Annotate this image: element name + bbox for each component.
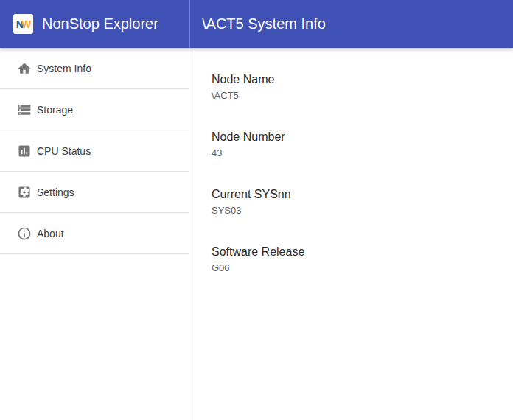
info-icon xyxy=(17,226,32,241)
info-block-software-release: Software Release G06 xyxy=(212,245,498,274)
storage-icon xyxy=(17,102,32,117)
info-label: Software Release xyxy=(212,245,498,259)
system-info-panel: Node Name \ACT5 Node Number 43 Current S… xyxy=(189,48,513,420)
sidebar-item-label: Storage xyxy=(37,104,73,116)
header-toolbar: \ACT5 System Info xyxy=(189,0,513,48)
sidebar-item-cpu-status[interactable]: CPU Status xyxy=(0,130,189,172)
info-value: SYS03 xyxy=(212,205,498,217)
page-title: \ACT5 System Info xyxy=(202,15,326,32)
sidebar-item-label: Settings xyxy=(37,186,74,198)
sidebar-item-about[interactable]: About xyxy=(0,213,189,254)
app-title: NonStop Explorer xyxy=(42,15,158,32)
home-icon xyxy=(17,61,32,76)
settings-gear-icon xyxy=(17,185,32,200)
info-block-node-number: Node Number 43 xyxy=(212,130,498,159)
sidebar-item-settings[interactable]: Settings xyxy=(0,172,189,213)
info-label: Current SYSnn xyxy=(212,187,498,201)
info-label: Node Number xyxy=(212,130,498,144)
header-brand: N W NonStop Explorer xyxy=(0,0,189,48)
sidebar-item-label: About xyxy=(37,228,64,239)
logo-letter-w: W xyxy=(21,19,30,29)
app-header: N W NonStop Explorer \ACT5 System Info xyxy=(0,0,513,48)
bar-chart-icon xyxy=(17,144,32,158)
sidebar-nav: System Info Storage CPU Status Settings … xyxy=(0,48,189,420)
nonstop-logo-icon: N W xyxy=(13,14,33,34)
sidebar-item-label: System Info xyxy=(37,63,91,74)
info-block-current-sysnn: Current SYSnn SYS03 xyxy=(212,187,498,217)
sidebar-item-label: CPU Status xyxy=(37,145,91,157)
info-value: 43 xyxy=(212,147,498,159)
info-label: Node Name xyxy=(212,72,498,86)
info-value: G06 xyxy=(212,262,498,274)
info-block-node-name: Node Name \ACT5 xyxy=(212,72,498,102)
info-value: \ACT5 xyxy=(212,90,498,102)
sidebar-item-system-info[interactable]: System Info xyxy=(0,48,189,89)
sidebar-item-storage[interactable]: Storage xyxy=(0,89,189,130)
